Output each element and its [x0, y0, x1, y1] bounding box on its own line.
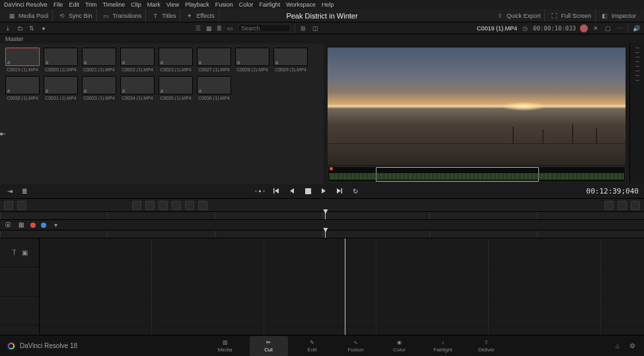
menu-item[interactable]: Mark	[147, 1, 161, 8]
dissolve-icon[interactable]	[185, 201, 194, 210]
timeline-opt-b-icon[interactable]	[618, 201, 627, 210]
tab-sync-bin[interactable]: ⟲Sync Bin	[54, 9, 97, 22]
list-view-icon[interactable]: ☰	[194, 24, 202, 32]
source-overwrite-icon[interactable]	[172, 201, 181, 210]
chevron-down-icon[interactable]: ▾	[52, 221, 59, 229]
source-mode-icon[interactable]: ≣	[20, 186, 29, 196]
cut-icon[interactable]	[198, 201, 207, 210]
ripple-overwrite-icon[interactable]	[132, 201, 141, 210]
quick-export-button[interactable]: ⇪Quick Export	[492, 9, 546, 22]
append-icon[interactable]	[17, 201, 26, 210]
tools-icon[interactable]: ✕	[592, 24, 600, 32]
tab-media-pool[interactable]: ▦Media Pool	[4, 9, 53, 22]
tab-effects[interactable]: ✦Effects	[182, 9, 219, 22]
fast-review-icon[interactable]: ⇥	[5, 186, 15, 196]
menu-item[interactable]: Playback	[185, 1, 209, 8]
home-icon[interactable]: ⌂	[614, 342, 622, 350]
media-clip[interactable]: ♫C0034 (1).MP4	[120, 76, 155, 100]
in-out-range[interactable]	[376, 167, 539, 182]
close-up-icon[interactable]	[145, 201, 155, 210]
safe-area-icon[interactable]: ▢	[604, 24, 612, 32]
sort-icon[interactable]: ⇅	[28, 24, 36, 32]
thumb-view-icon[interactable]: ▦	[205, 24, 213, 32]
prev-frame-button[interactable]	[287, 186, 297, 196]
lock-icon[interactable]: ⦿	[4, 221, 12, 229]
go-end-button[interactable]	[335, 186, 344, 196]
page-tab-color[interactable]: ◉Color	[380, 336, 419, 356]
media-clip[interactable]: ♫C0022 (1).MP4	[120, 48, 155, 72]
media-clip[interactable]: ♫C0028 (1).MP4	[235, 48, 269, 72]
media-clip[interactable]: ♫C0035 (1).MP4	[159, 76, 193, 100]
menu-item[interactable]: Color	[239, 1, 254, 8]
go-start-button[interactable]	[271, 186, 281, 196]
filmstrip-view-icon[interactable]: ▭	[226, 24, 234, 32]
clip-name: C0029 (1).MP4	[275, 67, 306, 72]
timeline-opt-a-icon[interactable]	[604, 201, 614, 210]
menu-item[interactable]: Workspace	[286, 1, 316, 8]
viewer-scrub-bar[interactable]	[328, 166, 626, 182]
boring-detector-icon[interactable]: ⊞	[299, 24, 307, 32]
marker-color-icon[interactable]	[580, 24, 588, 32]
import-folder-icon[interactable]: 🗀	[16, 24, 24, 32]
inspector-button[interactable]: ◧Inspector	[597, 9, 640, 22]
smart-insert-icon[interactable]	[4, 201, 13, 210]
menu-item[interactable]: Fusion	[215, 1, 233, 8]
resolution-icon[interactable]: ◫	[311, 24, 319, 32]
menu-item[interactable]: Clip	[131, 1, 141, 8]
audio-badge-icon: ♫	[122, 60, 125, 65]
options-icon[interactable]: ⋯	[616, 24, 624, 32]
viewer-frame[interactable]	[328, 48, 626, 165]
full-screen-button[interactable]: ⛶Full Screen	[546, 9, 596, 22]
media-clip[interactable]: ♫C0019 (1).MP4	[5, 48, 40, 72]
menu-item[interactable]: Help	[322, 1, 334, 8]
page-tab-fusion[interactable]: ∿Fusion	[337, 336, 375, 356]
media-clip[interactable]: ♫C0033 (1).MP4	[82, 76, 116, 100]
media-clip[interactable]: ♫C0023 (1).MP4	[159, 48, 193, 72]
page-tab-fairlight[interactable]: ♪Fairlight	[424, 336, 462, 356]
media-clip[interactable]: ♫C0029 (1).MP4	[273, 48, 308, 72]
import-media-icon[interactable]: ⤓	[4, 24, 12, 32]
sync-lock-icon[interactable]: ⊞	[17, 221, 25, 229]
video-track-icon[interactable]: T	[11, 249, 18, 257]
media-clip[interactable]: ♫C0021 (1).MP4	[82, 48, 116, 72]
media-clip[interactable]: ♫C0031 (1).MP4	[44, 76, 78, 100]
jog-control[interactable]	[255, 190, 265, 192]
play-button[interactable]	[319, 186, 328, 196]
upper-timeline-ruler[interactable]	[0, 211, 644, 219]
page-tab-cut[interactable]: ✂Cut	[250, 336, 288, 356]
menu-item[interactable]: View	[166, 1, 179, 8]
brand-label: DaVinci Resolve 18	[20, 342, 77, 349]
page-tab-deliver[interactable]: ⇪Deliver	[468, 336, 506, 356]
strip-view-icon[interactable]: ≣	[215, 24, 223, 32]
menu-item[interactable]: Edit	[69, 1, 79, 8]
stop-button[interactable]	[303, 186, 312, 196]
video-track-color[interactable]	[30, 223, 36, 228]
lower-playhead[interactable]	[325, 231, 326, 238]
media-clip[interactable]: ♫C0027 (1).MP4	[197, 48, 231, 72]
menu-item[interactable]: File	[54, 1, 63, 8]
record-vo-icon[interactable]: ●	[40, 24, 48, 32]
media-clip[interactable]: ♫C0030 (1).MP4	[5, 76, 40, 100]
tab-titles[interactable]: TTitles	[147, 9, 180, 22]
place-on-top-icon[interactable]	[159, 201, 168, 210]
tab-transitions[interactable]: ▭Transitions	[98, 9, 147, 22]
audio-meter-icon[interactable]: 🔊	[632, 24, 640, 32]
lower-timeline-ruler[interactable]	[0, 230, 644, 238]
audio-track-color[interactable]	[41, 223, 46, 228]
page-tab-edit[interactable]: ✎Edit	[293, 336, 332, 356]
menu-item[interactable]: DaVinci Resolve	[4, 1, 48, 8]
clip-thumbnail: ♫	[82, 48, 116, 66]
upper-playhead[interactable]	[325, 212, 326, 219]
search-input[interactable]	[238, 24, 291, 32]
menu-item[interactable]: Fairlight	[259, 1, 280, 8]
loop-button[interactable]: ↻	[351, 186, 360, 196]
page-tab-media[interactable]: ▧Media	[206, 336, 244, 356]
settings-gear-icon[interactable]: ⚙	[628, 342, 636, 350]
menu-item[interactable]: Trim	[85, 1, 97, 8]
media-clip[interactable]: ♫C0036 (1).MP4	[197, 76, 231, 100]
menu-item[interactable]: Timeline	[103, 1, 125, 8]
timeline-opt-c-icon[interactable]	[631, 201, 640, 210]
video-enable-icon[interactable]: ▣	[21, 249, 29, 257]
media-clip[interactable]: ♫C0020 (1).MP4	[44, 48, 78, 72]
timeline-timecode[interactable]: 00:12:39;040	[587, 187, 639, 196]
